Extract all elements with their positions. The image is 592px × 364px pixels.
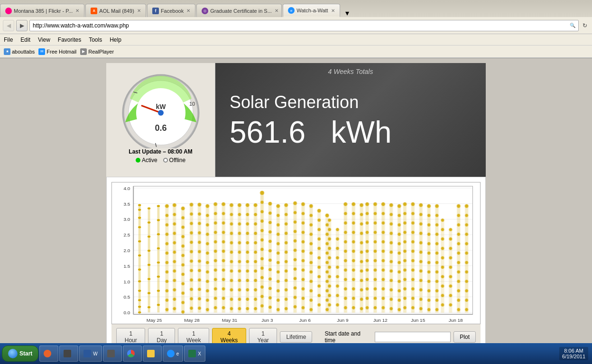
svg-point-480 <box>360 270 363 273</box>
menu-edit[interactable]: Edit <box>20 36 30 43</box>
facebook-icon: f <box>152 8 159 14</box>
tab-facebook[interactable]: f Facebook ✕ <box>147 4 195 17</box>
taskbar-item-chrome[interactable] <box>123 346 142 362</box>
svg-point-549 <box>427 308 430 311</box>
svg-point-112 <box>190 250 193 253</box>
btn-lifetime[interactable]: Lifetime <box>280 331 312 343</box>
svg-point-253 <box>336 266 339 269</box>
address-text[interactable]: http://www.watch-a-watt.com/waw.php <box>33 22 568 29</box>
word-icon <box>83 350 91 357</box>
svg-rect-422 <box>318 211 321 313</box>
svg-point-327 <box>449 275 452 278</box>
svg-point-565 <box>465 214 468 217</box>
svg-point-160 <box>222 212 225 215</box>
svg-point-445 <box>326 308 329 311</box>
taskbar-item-media[interactable] <box>59 346 78 362</box>
svg-point-230 <box>310 252 313 255</box>
svg-point-210 <box>294 305 296 308</box>
svg-point-168 <box>222 288 225 291</box>
start-button[interactable]: Start <box>2 346 38 362</box>
menu-bar: File Edit View Favorites Tools Help <box>0 34 592 46</box>
forward-button[interactable]: ▶ <box>16 20 28 31</box>
menu-tools[interactable]: Tools <box>89 36 102 43</box>
app1-icon <box>107 350 115 357</box>
svg-point-362 <box>238 241 241 244</box>
svg-point-465 <box>352 250 355 253</box>
taskbar-right: 8:06 AM 6/19/2011 <box>559 347 590 360</box>
tab-watch-a-watt[interactable]: e Watch-a-Watt ✕ <box>283 4 340 17</box>
svg-point-449 <box>344 221 347 224</box>
svg-point-81 <box>173 203 176 207</box>
svg-point-103 <box>182 291 185 294</box>
svg-point-469 <box>352 288 355 291</box>
svg-point-146 <box>214 202 217 206</box>
svg-point-441 <box>326 271 329 273</box>
files-icon <box>147 350 155 357</box>
svg-point-570 <box>465 261 468 264</box>
svg-point-128 <box>198 279 201 282</box>
svg-point-129 <box>198 288 201 291</box>
svg-point-533 <box>419 279 422 282</box>
btn-1year[interactable]: 1 Year <box>249 328 278 344</box>
svg-point-279 <box>374 269 377 272</box>
taskbar-item-word[interactable]: W <box>79 346 102 362</box>
btn-4weeks[interactable]: 4 Weeks <box>212 328 246 344</box>
bookmark-realplayer[interactable]: ▶ RealPlayer <box>80 48 114 55</box>
bookmark-icon-hotmail: ✉ <box>38 48 45 55</box>
svg-point-456 <box>344 288 347 291</box>
svg-rect-158 <box>222 204 225 312</box>
new-tab-button[interactable]: ▾ <box>343 9 352 17</box>
svg-point-231 <box>310 261 313 264</box>
menu-view[interactable]: View <box>38 36 50 43</box>
svg-point-369 <box>238 307 241 310</box>
svg-text:2.5: 2.5 <box>124 232 130 237</box>
taskbar-item-firefox[interactable] <box>39 346 58 362</box>
svg-point-208 <box>294 287 296 290</box>
svg-point-188 <box>268 221 271 224</box>
svg-point-94 <box>181 207 185 210</box>
svg-point-320 <box>441 303 444 306</box>
tab-flickr[interactable]: Montana 385 | Flickr - P... ✕ <box>0 4 84 17</box>
svg-point-170 <box>222 306 225 309</box>
bookmark-abouttabs[interactable]: ★ abouttabs <box>4 48 35 55</box>
btn-1hour[interactable]: 1 Hour <box>116 328 145 344</box>
svg-point-135 <box>206 223 209 226</box>
svg-point-99 <box>182 254 185 257</box>
svg-point-386 <box>254 222 257 225</box>
svg-point-295 <box>403 297 406 300</box>
svg-rect-472 <box>360 205 363 312</box>
svg-rect-550 <box>435 206 438 312</box>
taskbar-item-app1[interactable] <box>103 346 122 362</box>
plot-button[interactable]: Plot <box>453 331 476 343</box>
svg-point-177 <box>261 238 264 241</box>
svg-point-235 <box>310 299 313 301</box>
start-date-input[interactable] <box>375 332 451 342</box>
svg-point-118 <box>190 307 193 309</box>
svg-point-233 <box>310 280 313 283</box>
svg-point-104 <box>182 301 185 304</box>
menu-help[interactable]: Help <box>110 36 121 43</box>
menu-favorites[interactable]: Favorites <box>58 36 81 43</box>
taskbar-item-ie[interactable]: e <box>163 346 184 362</box>
menu-file[interactable]: File <box>4 36 13 43</box>
back-button[interactable]: ◀ <box>3 20 14 31</box>
bookmark-hotmail[interactable]: ✉ Free Hotmail <box>38 48 76 55</box>
btn-1week[interactable]: 1 Week <box>178 328 209 344</box>
taskbar-item-files[interactable] <box>143 346 162 362</box>
btn-1day[interactable]: 1 Day <box>148 328 175 344</box>
refresh-button[interactable]: ↻ <box>581 20 589 31</box>
solar-title: Solar Generation <box>230 92 472 112</box>
svg-rect-409 <box>285 205 287 312</box>
svg-point-282 <box>374 297 377 300</box>
svg-point-490 <box>382 240 385 243</box>
svg-point-461 <box>352 212 355 215</box>
address-search-icon[interactable]: 🔍 <box>570 23 575 28</box>
svg-point-163 <box>222 240 225 243</box>
svg-point-300 <box>411 221 414 224</box>
address-box: http://www.watch-a-watt.com/waw.php 🔍 <box>29 20 579 31</box>
tab-aol[interactable]: A AOL Mail (849) ✕ <box>85 4 146 17</box>
taskbar-item-excel[interactable]: X <box>184 346 205 362</box>
button-row: 1 Hour 1 Day 1 Week 4 Weeks 1 Year Lifet… <box>111 324 481 344</box>
tab-graduate[interactable]: ◎ Graduate Certificate in S... ✕ <box>196 4 282 17</box>
svg-point-263 <box>366 240 369 243</box>
